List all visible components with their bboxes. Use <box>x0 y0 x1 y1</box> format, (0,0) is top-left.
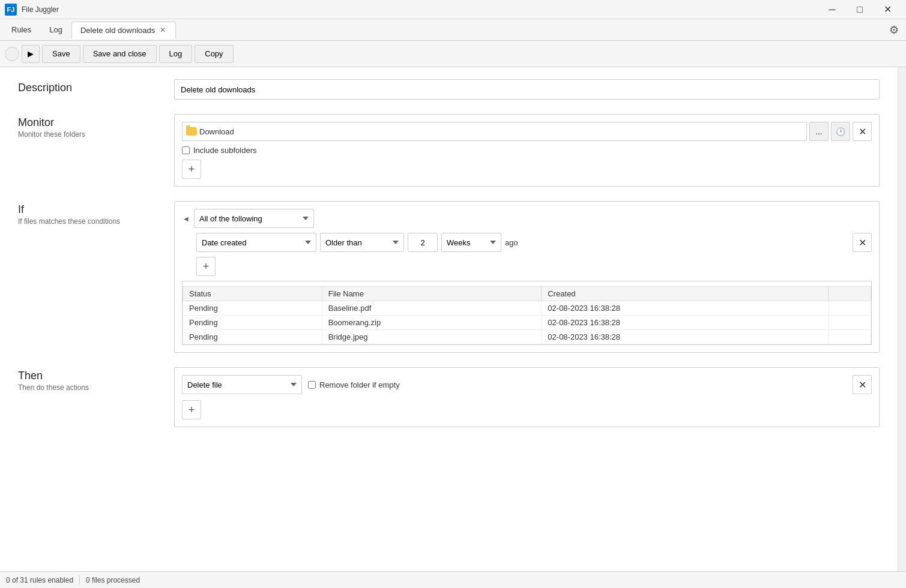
file-table: Status File Name Created Pending Baselin… <box>183 286 871 344</box>
include-subfolders-label[interactable]: Include subfolders <box>193 146 257 155</box>
cell-filename: Baseline.pdf <box>322 301 542 316</box>
condition-value-input[interactable] <box>408 233 438 252</box>
browse-button[interactable]: ... <box>809 122 829 141</box>
rules-status: 0 of 31 rules enabled <box>6 576 73 584</box>
minimize-button[interactable]: ─ <box>818 0 846 19</box>
condition-field-select[interactable]: Date created Date modified File name Fil… <box>196 233 316 252</box>
circle-button[interactable] <box>5 47 19 61</box>
window-controls: ─ □ ✕ <box>818 0 901 19</box>
remove-action-button[interactable]: ✕ <box>853 375 872 394</box>
then-content: Delete file Move file Copy file Rename f… <box>174 367 880 427</box>
status-divider <box>79 575 80 585</box>
files-processed: 0 files processed <box>86 576 140 584</box>
cell-extra <box>829 301 871 316</box>
play-button[interactable]: ▶ <box>22 45 40 63</box>
description-input[interactable] <box>174 79 880 100</box>
status-bar: 0 of 31 rules enabled 0 files processed <box>0 571 906 588</box>
monitor-section: Monitor Monitor these folders Download .… <box>18 114 880 187</box>
table-row: Pending Baseline.pdf 02-08-2023 16:38:28 <box>183 301 871 316</box>
log-button[interactable]: Log <box>159 45 193 63</box>
remove-folder-row: Remove folder if empty <box>308 380 400 389</box>
maximize-button[interactable]: □ <box>846 0 874 19</box>
cell-filename: Bridge.jpeg <box>322 330 542 344</box>
remove-folder-button[interactable]: ✕ <box>853 122 872 141</box>
table-row: Pending Boomerang.zip 02-08-2023 16:38:2… <box>183 316 871 330</box>
condition-group-row: ◀ All of the following Any of the follow… <box>182 209 872 228</box>
cell-extra <box>829 316 871 330</box>
condition-group-select[interactable]: All of the following Any of the followin… <box>194 209 314 228</box>
description-section: Description <box>18 79 880 100</box>
file-table-body: Pending Baseline.pdf 02-08-2023 16:38:28… <box>183 301 871 344</box>
if-label: If If files matches these conditions <box>18 201 174 226</box>
subfolders-row: Include subfolders <box>182 146 872 155</box>
tab-rules[interactable]: Rules <box>2 21 40 38</box>
settings-icon[interactable]: ⚙ <box>884 23 904 37</box>
file-table-header: Status File Name Created <box>183 287 871 301</box>
folder-row: Download ... 🕐 ✕ <box>182 122 872 141</box>
cell-filename: Boomerang.zip <box>322 316 542 330</box>
copy-button[interactable]: Copy <box>195 45 233 63</box>
if-section: If If files matches these conditions ◀ A… <box>18 201 880 353</box>
monitor-label: Monitor Monitor these folders <box>18 114 174 139</box>
cell-status: Pending <box>183 316 322 330</box>
collapse-icon[interactable]: ◀ <box>182 214 190 223</box>
cell-status: Pending <box>183 301 322 316</box>
tab-log[interactable]: Log <box>40 21 71 38</box>
tab-delete-old-downloads[interactable]: Delete old downloads ✕ <box>71 22 176 39</box>
cell-extra <box>829 330 871 344</box>
condition-operator-select[interactable]: Older than Newer than Is <box>320 233 404 252</box>
editor-area: Description Monitor Monitor these folder… <box>0 67 898 571</box>
if-panel: ◀ All of the following Any of the follow… <box>174 201 880 353</box>
folder-path-display: Download <box>182 122 807 141</box>
include-subfolders-checkbox[interactable] <box>182 146 190 154</box>
col-created: Created <box>542 287 829 301</box>
ago-text: ago <box>505 238 518 247</box>
app-title: File Juggler <box>22 5 818 14</box>
then-action-row: Delete file Move file Copy file Rename f… <box>182 375 872 394</box>
then-label: Then Then do these actions <box>18 367 174 392</box>
remove-folder-label[interactable]: Remove folder if empty <box>319 380 400 389</box>
remove-condition-button[interactable]: ✕ <box>853 233 872 252</box>
cell-created: 02-08-2023 16:38:28 <box>542 330 829 344</box>
close-button[interactable]: ✕ <box>874 0 901 19</box>
description-label: Description <box>18 79 174 95</box>
then-section: Then Then do these actions Delete file M… <box>18 367 880 427</box>
condition-row-1: Date created Date modified File name Fil… <box>196 233 872 252</box>
monitor-panel: Download ... 🕐 ✕ Include subfolders + <box>174 114 880 187</box>
save-button[interactable]: Save <box>42 45 80 63</box>
main-content: Description Monitor Monitor these folder… <box>0 67 906 571</box>
toolbar: ▶ Save Save and close Log Copy <box>0 41 906 67</box>
tab-bar: Rules Log Delete old downloads ✕ ⚙ <box>0 19 906 41</box>
cell-created: 02-08-2023 16:38:28 <box>542 301 829 316</box>
monitor-clock-button[interactable]: 🕐 <box>831 122 850 141</box>
app-icon: FJ <box>5 4 17 16</box>
folder-name: Download <box>199 127 234 136</box>
monitor-content: Download ... 🕐 ✕ Include subfolders + <box>174 114 880 187</box>
cell-status: Pending <box>183 330 322 344</box>
conditions-list: Date created Date modified File name Fil… <box>182 233 872 276</box>
condition-unit-select[interactable]: Weeks Days Months Years <box>441 233 501 252</box>
remove-folder-checkbox[interactable] <box>308 381 316 389</box>
table-row: Pending Bridge.jpeg 02-08-2023 16:38:28 <box>183 330 871 344</box>
scrollbar[interactable] <box>898 67 906 571</box>
title-bar: FJ File Juggler ─ □ ✕ <box>0 0 906 19</box>
action-select[interactable]: Delete file Move file Copy file Rename f… <box>182 375 302 394</box>
col-status: Status <box>183 287 322 301</box>
file-table-wrap: Status File Name Created Pending Baselin… <box>182 281 872 345</box>
description-content <box>174 79 880 100</box>
add-folder-button[interactable]: + <box>182 160 201 179</box>
then-panel: Delete file Move file Copy file Rename f… <box>174 367 880 427</box>
add-condition-button[interactable]: + <box>196 257 216 276</box>
tab-close-icon[interactable]: ✕ <box>159 26 167 34</box>
cell-created: 02-08-2023 16:38:28 <box>542 316 829 330</box>
folder-icon <box>186 127 197 136</box>
add-action-button[interactable]: + <box>182 400 201 419</box>
col-filename: File Name <box>322 287 542 301</box>
if-content: ◀ All of the following Any of the follow… <box>174 201 880 353</box>
col-extra <box>829 287 871 301</box>
save-close-button[interactable]: Save and close <box>83 45 157 63</box>
